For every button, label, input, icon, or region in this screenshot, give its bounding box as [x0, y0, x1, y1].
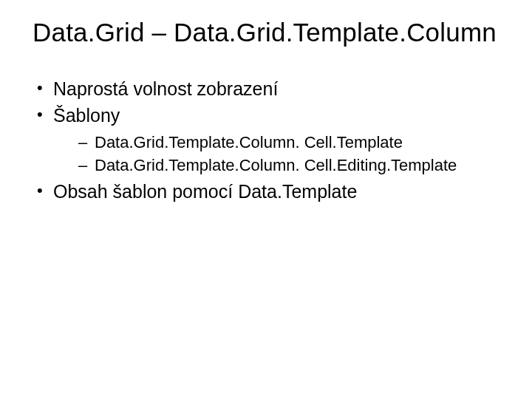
bullet-text: Data.Grid.Template.Column. Cell.Editing.…	[95, 156, 457, 174]
sub-bullet-list: Data.Grid.Template.Column. Cell.Template…	[53, 132, 499, 177]
list-item: Data.Grid.Template.Column. Cell.Editing.…	[53, 154, 499, 177]
slide-title: Data.Grid – Data.Grid.Template.Column	[33, 18, 499, 47]
bullet-text: Obsah šablon pomocí Data.Template	[53, 181, 357, 202]
list-item: Šablony Data.Grid.Template.Column. Cell.…	[33, 103, 499, 177]
bullet-text: Data.Grid.Template.Column. Cell.Template	[95, 133, 403, 151]
bullet-text: Naprostá volnost zobrazení	[53, 78, 278, 99]
list-item: Data.Grid.Template.Column. Cell.Template	[53, 132, 499, 154]
list-item: Naprostá volnost zobrazení	[33, 77, 499, 102]
bullet-text: Šablony	[53, 105, 120, 126]
bullet-list: Naprostá volnost zobrazení Šablony Data.…	[33, 77, 499, 205]
slide: Data.Grid – Data.Grid.Template.Column Na…	[0, 0, 532, 205]
list-item: Obsah šablon pomocí Data.Template	[33, 180, 499, 205]
